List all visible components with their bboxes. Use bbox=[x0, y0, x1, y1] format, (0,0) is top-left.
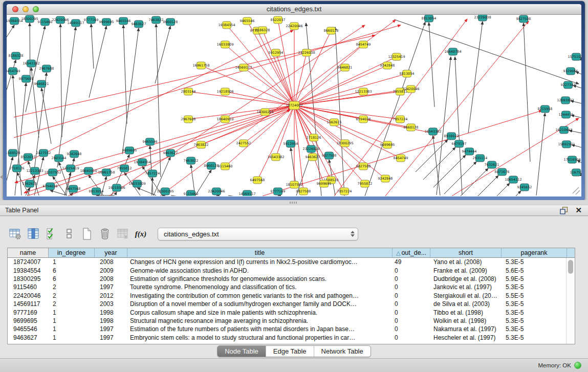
table-cell[interactable]: 1998 bbox=[95, 309, 127, 316]
zoom-window-button[interactable] bbox=[33, 6, 39, 12]
table-select-dropdown[interactable]: citations_edges.txt bbox=[158, 228, 358, 240]
table-cell[interactable]: Stergiakouli et al. (2012) bbox=[430, 292, 502, 299]
table-cell[interactable]: Corpus callosum shape and size in male p… bbox=[127, 309, 393, 316]
table-cell[interactable]: 9463627 bbox=[8, 334, 49, 341]
column-header-out_de[interactable]: △out_de... bbox=[393, 248, 430, 257]
table-cell[interactable]: 18300295 bbox=[8, 275, 49, 282]
table-cell[interactable]: 0 bbox=[393, 292, 430, 299]
column-header-year[interactable]: year bbox=[95, 248, 127, 257]
table-cell[interactable]: 9699695 bbox=[8, 317, 49, 324]
column-header-pagerank[interactable]: pagerank bbox=[502, 248, 567, 257]
table-cell[interactable]: 0 bbox=[393, 283, 430, 291]
column-header-name[interactable]: name bbox=[8, 248, 49, 257]
table-cell[interactable]: 1997 bbox=[95, 334, 127, 341]
network-window-titlebar[interactable]: citations_edges.txt bbox=[7, 4, 581, 15]
table-cell[interactable]: 0 bbox=[393, 275, 430, 282]
table-row[interactable]: 1456911722003Disruption of a novel membe… bbox=[8, 300, 566, 308]
panel-divider[interactable] bbox=[0, 200, 588, 205]
network-window[interactable]: citations_edges.txt 19384554183002959115… bbox=[3, 1, 585, 200]
table-cell[interactable]: Estimation of significance thresholds fo… bbox=[127, 275, 393, 282]
table-mode-button[interactable] bbox=[7, 226, 24, 242]
table-cell[interactable]: 1997 bbox=[95, 283, 127, 291]
table-row[interactable]: 1938455462009Genome-wide association stu… bbox=[8, 266, 566, 274]
table-cell[interactable]: Dudbridge et al. (2008) bbox=[430, 275, 502, 282]
table-cell[interactable]: 5.3E-5 bbox=[502, 258, 566, 266]
table-cell[interactable]: 1 bbox=[49, 334, 95, 341]
table-cell[interactable]: Wolkin et al. (1998) bbox=[430, 317, 502, 324]
table-cell[interactable]: Jankovic et al. (1997) bbox=[430, 283, 502, 291]
close-panel-icon[interactable]: ✕ bbox=[575, 207, 582, 214]
table-cell[interactable]: 22420046 bbox=[8, 292, 49, 299]
table-cell[interactable]: 9777169 bbox=[8, 309, 49, 316]
table-cell[interactable]: Tourette syndrome. Phenomenology and cla… bbox=[127, 283, 393, 291]
table-cell[interactable]: de Silva et al. (2003) bbox=[430, 300, 502, 308]
column-header-title[interactable]: title bbox=[127, 248, 393, 257]
table-cell[interactable]: Embryonic stem cells: a model to study s… bbox=[127, 334, 393, 341]
table-cell[interactable]: 0 bbox=[393, 334, 430, 341]
row-options-button[interactable] bbox=[61, 226, 77, 242]
table-cell[interactable]: 0 bbox=[393, 267, 430, 274]
table-cell[interactable]: Estimation of the future numbers of pati… bbox=[127, 325, 393, 333]
float-panel-icon[interactable] bbox=[560, 207, 568, 214]
tab-node-table[interactable]: Node Table bbox=[217, 346, 266, 357]
column-header-in_degree[interactable]: in_degree bbox=[49, 248, 95, 257]
table-cell[interactable]: 1 bbox=[49, 258, 95, 266]
table-cell[interactable]: 9465546 bbox=[8, 325, 49, 333]
table-cell[interactable]: Disruption of a novel member of a sodium… bbox=[127, 300, 393, 308]
table-cell[interactable]: 2 bbox=[49, 300, 95, 308]
table-cell[interactable]: 1 bbox=[49, 325, 95, 333]
table-cell[interactable]: 5.3E-5 bbox=[502, 300, 566, 308]
table-cell[interactable]: 0 bbox=[393, 325, 430, 333]
network-canvas[interactable]: 1938455418300295911546022420046145691179… bbox=[7, 15, 581, 196]
memory-ok-indicator-icon[interactable] bbox=[574, 362, 581, 369]
table-cell[interactable]: 49 bbox=[393, 258, 430, 266]
table-cell[interactable]: Investigating the contribution of common… bbox=[127, 292, 393, 299]
tab-network-table[interactable]: Network Table bbox=[314, 346, 371, 357]
show-columns-button[interactable] bbox=[25, 226, 41, 242]
hidden-panel-handle[interactable] bbox=[0, 174, 3, 180]
table-cell[interactable]: 5.3E-5 bbox=[502, 334, 566, 341]
table-row[interactable]: 1830029562008Estimation of significance … bbox=[8, 275, 566, 283]
table-cell[interactable]: 2008 bbox=[95, 275, 127, 282]
table-cell[interactable]: 5.3E-5 bbox=[502, 325, 566, 333]
table-cell[interactable]: 2009 bbox=[95, 267, 127, 274]
table-cell[interactable]: 2008 bbox=[95, 258, 127, 266]
table-cell[interactable]: 1 bbox=[49, 317, 95, 324]
create-new-column-button[interactable] bbox=[79, 226, 95, 242]
table-scrollbar[interactable] bbox=[566, 258, 575, 344]
table-cell[interactable]: 6 bbox=[49, 267, 95, 274]
table-row[interactable]: 2242004622012Investigating the contribut… bbox=[8, 292, 566, 300]
table-row[interactable]: 946554611997Estimation of the future num… bbox=[8, 325, 566, 333]
table-cell[interactable]: Genome-wide association studies in ADHD. bbox=[127, 267, 393, 274]
table-cell[interactable]: 18724007 bbox=[8, 258, 49, 266]
table-cell[interactable]: Nakamura et al. (1997) bbox=[430, 325, 502, 333]
table-cell[interactable]: 1998 bbox=[95, 317, 127, 324]
table-scrollbar-thumb[interactable] bbox=[568, 260, 573, 274]
table-row[interactable]: 969969511998Structural magnetic resonanc… bbox=[8, 317, 566, 325]
table-cell[interactable]: 0 bbox=[393, 300, 430, 308]
table-cell[interactable]: 5.5E-5 bbox=[502, 292, 566, 299]
table-cell[interactable]: Changes of HCN gene expression and I(f) … bbox=[127, 258, 393, 266]
table-cell[interactable]: 2 bbox=[49, 283, 95, 291]
table-row[interactable]: 911546021997Tourette syndrome. Phenomeno… bbox=[8, 283, 566, 291]
network-graph[interactable]: 1938455418300295911546022420046145691179… bbox=[7, 15, 581, 196]
close-window-button[interactable] bbox=[12, 6, 18, 12]
tab-edge-table[interactable]: Edge Table bbox=[266, 346, 314, 357]
table-cell[interactable]: Hescheler et al. (1997) bbox=[430, 334, 502, 341]
table-cell[interactable]: 5.3E-5 bbox=[502, 309, 566, 316]
table-cell[interactable]: 2012 bbox=[95, 292, 127, 299]
table-cell[interactable]: 1997 bbox=[95, 325, 127, 333]
table-cell[interactable]: Yano et al. (2008) bbox=[430, 258, 502, 266]
table-cell[interactable]: 5.6E-5 bbox=[502, 267, 566, 274]
table-cell[interactable]: 5.9E-5 bbox=[502, 275, 566, 282]
table-cell[interactable]: 0 bbox=[393, 309, 430, 316]
delete-columns-button[interactable] bbox=[97, 226, 113, 242]
column-header-short[interactable]: short bbox=[430, 248, 502, 257]
minimize-window-button[interactable] bbox=[23, 6, 29, 12]
table-cell[interactable]: 6 bbox=[49, 275, 95, 282]
table-cell[interactable]: Franke et al. (2009) bbox=[430, 267, 502, 274]
table-cell[interactable]: 19384554 bbox=[8, 267, 49, 274]
table-cell[interactable]: 2 bbox=[49, 292, 95, 299]
table-cell[interactable]: Tibbo et al. (1998) bbox=[430, 309, 502, 316]
table-cell[interactable]: 9115460 bbox=[8, 283, 49, 291]
